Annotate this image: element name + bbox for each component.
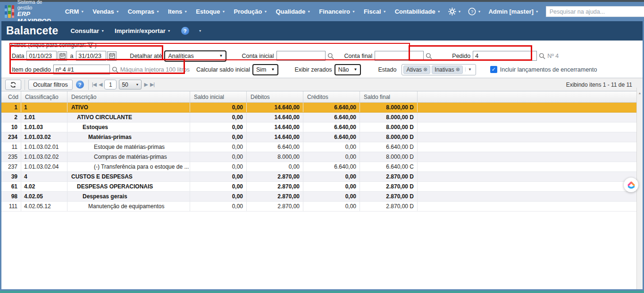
floating-widget-button[interactable]	[624, 178, 638, 192]
app-logo[interactable]: Sistema de gestão ERP MAXIPROD	[0, 0, 61, 24]
chevron-down-icon: ▼	[535, 10, 539, 13]
first-page-button[interactable]: |◀	[92, 81, 96, 88]
chevron-down-icon[interactable]: ▼	[465, 67, 474, 72]
chevron-down-icon: ▼	[81, 10, 84, 13]
chevron-down-icon: ▼	[383, 10, 386, 13]
cell-debitos: 14.640,00	[247, 113, 303, 122]
cell-classificacao: 1.01.03.02.04	[21, 162, 67, 171]
cell-filler	[418, 162, 643, 171]
chevron-down-icon[interactable]: ▼	[199, 29, 202, 33]
menu-estoque[interactable]: Estoque▼	[192, 8, 229, 15]
toolbar-help-button[interactable]: ?	[76, 81, 84, 89]
cell-saldo-final: 6.640,00 D	[360, 142, 418, 152]
column-header-debitos[interactable]: Débitos	[247, 91, 303, 102]
conta-inicial-search-button[interactable]	[327, 53, 334, 59]
detalhar-ate-select[interactable]: Analíticas ▼	[164, 50, 226, 62]
table-row[interactable]: 111.01.03.02.01Estoque de matérias-prima…	[1, 142, 643, 152]
pedido-search-button[interactable]	[539, 53, 545, 59]
search-icon	[539, 53, 545, 59]
page-help-button[interactable]: ?	[181, 27, 189, 35]
data-final-input[interactable]	[76, 51, 106, 61]
help-search-input[interactable]	[546, 6, 644, 17]
ocultar-filtros-button[interactable]: Ocultar filtros	[28, 80, 73, 90]
cell-saldo-final: 2.870,00 D	[360, 172, 418, 181]
settings-menu[interactable]: ▼	[445, 8, 465, 16]
exibir-zerados-select[interactable]: Não ▼	[335, 64, 361, 75]
chevron-down-icon: ▼	[271, 67, 275, 72]
estado-multiselect[interactable]: Ativas ⊗ Inativas ⊗ ▼	[401, 64, 476, 75]
chevron-down-icon: ▼	[352, 10, 355, 13]
column-header-descricao[interactable]: Descrição	[67, 91, 190, 102]
cell-saldo-final: 6.640,00 C	[360, 162, 418, 171]
encerramento-label: Incluir lançamentos de encerramento	[500, 66, 597, 73]
estado-tag-inativas[interactable]: Inativas ⊗	[432, 65, 463, 74]
data-inicial-input[interactable]	[26, 51, 57, 61]
column-header-creditos[interactable]: Créditos	[303, 91, 360, 102]
table-row[interactable]: 2371.01.03.02.04(-) Transferência para o…	[1, 162, 643, 172]
chevron-down-icon: ▼	[156, 10, 159, 13]
menu-crm[interactable]: CRM▼	[61, 8, 89, 15]
scroll-up-icon[interactable]: ▲	[637, 91, 643, 95]
menu-imprimir-exportar[interactable]: Imprimir/exportar▼	[115, 27, 171, 34]
menu-qualidade[interactable]: Qualidade▼	[271, 8, 315, 15]
calcular-saldo-select[interactable]: Sim ▼	[252, 64, 278, 75]
pedido-input[interactable]	[473, 51, 537, 61]
menu-compras[interactable]: Compras▼	[124, 8, 164, 15]
table-row[interactable]: 101.01.03Estoques0,0014.640,006.640,008.…	[1, 122, 643, 132]
last-page-button[interactable]: ▶|	[150, 81, 154, 88]
page-number-input[interactable]: 1	[104, 80, 117, 90]
menu-admin[interactable]: Admin [master]▼	[484, 8, 543, 15]
remove-tag-icon[interactable]: ⊗	[423, 66, 427, 73]
table-row[interactable]: 394CUSTOS E DESPESAS0,002.870,000,002.87…	[1, 172, 643, 182]
cell-debitos: 8.000,00	[247, 152, 303, 162]
help-menu[interactable]: ? ▼	[465, 8, 485, 16]
next-page-button[interactable]: ▶	[144, 81, 147, 88]
conta-final-input[interactable]	[375, 51, 424, 61]
cell-cod: 234	[1, 132, 21, 142]
menu-consultar[interactable]: Consultar▼	[70, 27, 104, 34]
conta-inicial-input[interactable]	[276, 51, 326, 61]
toolbar-separator	[25, 80, 25, 90]
cell-saldo-inicial: 0,00	[190, 132, 247, 142]
encerramento-option[interactable]: ✓ Incluir lançamentos de encerramento	[490, 66, 597, 73]
menu-fiscal[interactable]: Fiscal▼	[360, 8, 391, 15]
column-header-filler	[418, 91, 643, 102]
filters-legend[interactable]: Filtros (clique para configurar: )	[6, 41, 638, 49]
cell-debitos: 14.640,00	[247, 122, 303, 132]
table-row[interactable]: 11ATIVO0,0014.640,006.640,008.000,00 D	[1, 103, 643, 113]
calendar-button[interactable]	[58, 51, 67, 61]
menu-contabilidade[interactable]: Contabilidade▼	[391, 8, 445, 15]
column-header-classificacao[interactable]: Classificação	[21, 91, 67, 102]
checkbox-checked-icon[interactable]: ✓	[490, 66, 497, 73]
cell-saldo-inicial: 0,00	[190, 152, 247, 162]
prev-page-button[interactable]: ◀	[99, 81, 102, 88]
menu-financeiro[interactable]: Financeiro▼	[315, 8, 360, 15]
column-header-saldo-final[interactable]: Saldo final	[360, 91, 418, 102]
conta-final-search-button[interactable]	[426, 53, 432, 59]
refresh-button[interactable]	[5, 80, 21, 90]
cell-cod: 61	[1, 182, 21, 191]
table-row[interactable]: 21.01ATIVO CIRCULANTE0,0014.640,006.640,…	[1, 113, 643, 122]
menu-producao[interactable]: Produção▼	[229, 8, 271, 15]
table-row[interactable]: 2341.01.03.02Matérias-primas0,0014.640,0…	[1, 132, 643, 142]
menu-itens[interactable]: Itens▼	[164, 8, 192, 15]
table-row[interactable]: 614.02DESPESAS OPERACIONAIS0,002.870,000…	[1, 182, 643, 192]
item-do-pedido-search-button[interactable]	[112, 66, 118, 73]
table-row[interactable]: 1114.02.05.12Manutenção de equipamentos0…	[1, 202, 643, 212]
chevron-down-icon: ▼	[167, 29, 171, 33]
chevron-down-icon: ▼	[437, 10, 441, 13]
maxiprod-logo-icon	[5, 5, 14, 18]
help-icon: ?	[468, 8, 476, 16]
item-do-pedido-input[interactable]	[53, 65, 110, 74]
estado-tag-ativas[interactable]: Ativas ⊗	[403, 65, 430, 74]
data-label: Data	[12, 53, 24, 59]
remove-tag-icon[interactable]: ⊗	[456, 66, 460, 73]
page-size-select[interactable]: 50 ▼	[119, 80, 142, 90]
table-row[interactable]: 2351.01.03.02.02Compras de matérias-prim…	[1, 152, 643, 162]
menu-vendas[interactable]: Vendas▼	[88, 8, 123, 15]
cell-creditos: 6.640,00	[303, 103, 360, 112]
calendar-button[interactable]	[107, 51, 117, 61]
table-row[interactable]: 984.02.05Despesas gerais0,002.870,000,00…	[1, 192, 643, 202]
column-header-saldo-inicial[interactable]: Saldo inicial	[190, 91, 247, 102]
column-header-cod[interactable]: Cód	[1, 91, 21, 102]
